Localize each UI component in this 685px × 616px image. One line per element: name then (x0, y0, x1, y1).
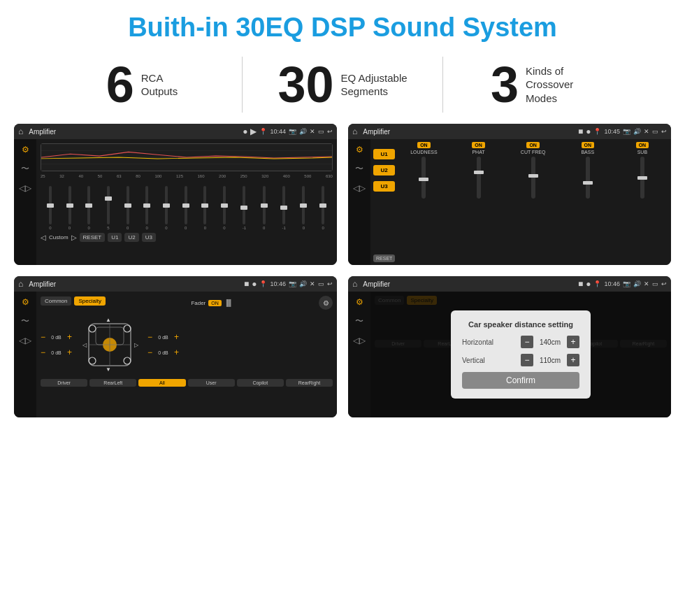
wave-icon-3[interactable]: 〜 (21, 315, 29, 327)
home-icon-1[interactable]: ⌂ (18, 127, 23, 136)
wave-icon-2[interactable]: 〜 (355, 163, 363, 175)
phat-slider[interactable] (477, 157, 481, 199)
status-right-3: 📍 10:46 📷🔊✕▭ ↩ (259, 280, 333, 287)
u3-btn-1[interactable]: U3 (142, 233, 156, 242)
horizontal-minus[interactable]: − (521, 336, 533, 348)
back-icon-1[interactable]: ↩ (327, 128, 333, 135)
channel-phat: ON PHAT (452, 142, 504, 262)
tab-common-3[interactable]: Common (41, 296, 71, 306)
minus-rl[interactable]: − (41, 348, 45, 357)
eq-icon-3[interactable]: ⚙ (22, 297, 29, 307)
status-bar-3: ⌂ Amplifier ■ ● 📍 10:46 📷🔊✕▭ ↩ (14, 276, 337, 292)
time-1: 10:44 (270, 128, 286, 135)
channel-loudness: ON LOUDNESS (398, 142, 449, 262)
plus-fl[interactable]: + (67, 333, 72, 341)
eq-slider-13[interactable]: 0 (302, 186, 305, 230)
stat-text-eq: EQ AdjustableSegments (341, 71, 408, 99)
sidebar-1: ⚙ 〜 ◁▷ (14, 139, 36, 265)
eq-sidebar-icon[interactable]: ⚙ (22, 145, 29, 155)
stat-eq: 30 EQ AdjustableSegments (243, 59, 442, 110)
bass-slider[interactable] (586, 157, 590, 199)
screen3-inner: ⚙ 〜 ◁▷ Common Specialty Fader ON ▐▌ (14, 292, 337, 417)
horizontal-plus[interactable]: + (567, 336, 579, 348)
vol-icon-3[interactable]: ◁▷ (19, 336, 31, 345)
minus-rr[interactable]: − (147, 348, 152, 357)
vertical-minus[interactable]: − (521, 354, 533, 366)
minus-fr[interactable]: − (147, 333, 152, 341)
screen4-title: Amplifier (363, 280, 575, 288)
dot-icon-1: ● (243, 127, 247, 136)
wave-sidebar-icon[interactable]: 〜 (21, 163, 29, 175)
vertical-plus[interactable]: + (567, 354, 579, 366)
eq-slider-11[interactable]: 0 (263, 186, 266, 230)
u2-btn-2[interactable]: U2 (373, 165, 395, 176)
stat-number-rca: 6 (106, 59, 134, 110)
horizontal-row: Horizontal − 140cm + (462, 336, 579, 348)
settings-icon-3[interactable]: ⚙ (319, 296, 333, 310)
dot-icon-4: ■ (578, 279, 583, 289)
horizontal-label: Horizontal (462, 338, 504, 346)
u3-btn-2[interactable]: U3 (373, 181, 395, 192)
eq-slider-0[interactable]: 0 (49, 186, 52, 230)
reset-btn-2[interactable]: RESET (373, 255, 395, 262)
eq-slider-5[interactable]: 0 (145, 186, 148, 230)
u2-btn-1[interactable]: U2 (124, 233, 138, 242)
eq-slider-4[interactable]: 0 (127, 186, 129, 230)
eq-slider-10[interactable]: -1 (243, 186, 246, 230)
loudness-slider[interactable] (421, 157, 426, 199)
eq-slider-2[interactable]: 0 (87, 186, 90, 230)
plus-fr[interactable]: + (174, 333, 179, 341)
eq-slider-3[interactable]: 5 (107, 186, 110, 230)
vol-sidebar-icon[interactable]: ◁▷ (19, 183, 31, 193)
tab-specialty-3[interactable]: Specialty (74, 296, 105, 306)
db-front-right: − 0 dB + (147, 333, 179, 341)
back-icon-2[interactable]: ↩ (661, 128, 667, 135)
eq-slider-7[interactable]: 0 (185, 186, 187, 230)
eq-slider-12[interactable]: -1 (282, 186, 285, 230)
eq-next-btn[interactable]: ▷ (71, 234, 77, 241)
val-rr: 0 dB (154, 350, 172, 355)
eq-freq-labels: 25 32 40 50 63 80 100 125 160 200 250 32… (41, 174, 333, 178)
fader-slider-3[interactable]: ▐▌ (224, 299, 233, 306)
btn-driver[interactable]: Driver (41, 379, 87, 387)
reset-btn-1[interactable]: RESET (80, 233, 106, 242)
home-icon-3[interactable]: ⌂ (18, 279, 23, 289)
eq-slider-9[interactable]: 0 (223, 186, 226, 230)
minus-fl[interactable]: − (41, 333, 45, 341)
distance-dialog: Car speaker distance setting Horizontal … (451, 310, 591, 399)
btn-rearright[interactable]: RearRight (286, 379, 333, 387)
eq-icon-4[interactable]: ⚙ (356, 297, 363, 307)
vol-icon-2[interactable]: ◁▷ (353, 183, 366, 193)
btn-rearleft[interactable]: RearLeft (89, 379, 136, 387)
sub-slider[interactable] (640, 157, 644, 199)
db-rear-left: − 0 dB + (41, 348, 72, 357)
eq-slider-14[interactable]: 0 (322, 186, 324, 230)
svg-text:◁: ◁ (82, 342, 87, 348)
eq-slider-6[interactable]: 0 (165, 186, 168, 230)
eq-icon-2[interactable]: ⚙ (356, 145, 363, 155)
plus-rr[interactable]: + (174, 348, 179, 357)
btn-copilot[interactable]: Copilot (237, 379, 284, 387)
sidebar-3: ⚙ 〜 ◁▷ (14, 292, 36, 417)
u1-btn-2[interactable]: U1 (373, 149, 395, 159)
eq-prev-btn[interactable]: ◁ (41, 234, 46, 241)
cutfreq-slider[interactable] (531, 157, 535, 199)
home-icon-4[interactable]: ⌂ (352, 279, 357, 289)
on-badge-cutfreq: ON (526, 142, 540, 148)
back-icon-4[interactable]: ↩ (661, 280, 667, 287)
phat-label: PHAT (472, 150, 484, 155)
wave-icon-4[interactable]: 〜 (355, 315, 363, 327)
plus-rl[interactable]: + (67, 348, 72, 357)
vol-icon-4[interactable]: ◁▷ (353, 336, 366, 345)
stat-text-rca: RCAOutputs (141, 71, 178, 99)
home-icon-2[interactable]: ⌂ (352, 127, 357, 136)
eq-slider-1[interactable]: 0 (68, 186, 71, 230)
back-icon-3[interactable]: ↩ (327, 280, 333, 287)
screen1-inner: ⚙ 〜 ◁▷ (14, 139, 337, 265)
btn-user[interactable]: User (188, 379, 235, 387)
stat-number-eq: 30 (277, 59, 333, 110)
u1-btn-1[interactable]: U1 (108, 233, 122, 242)
confirm-button[interactable]: Confirm (462, 372, 579, 389)
btn-all[interactable]: All (138, 379, 185, 387)
eq-slider-8[interactable]: 0 (203, 186, 206, 230)
